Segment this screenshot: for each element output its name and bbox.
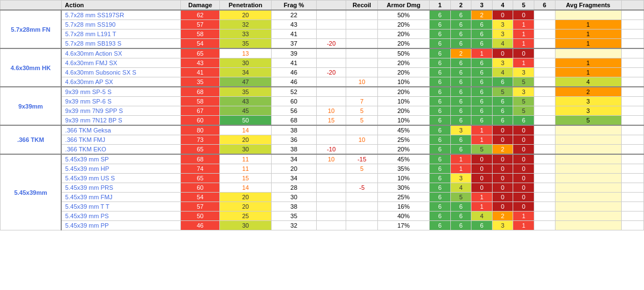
ammo-name: 5.7x28 mm SS197SR [61, 10, 181, 20]
class-6-cell [534, 193, 555, 202]
col-avg-frag: Avg Fragments [555, 1, 621, 11]
class-4-cell: 0 [492, 164, 513, 174]
col-category [1, 1, 62, 11]
frag2-cell [316, 20, 346, 30]
recoil-cell: -15 [346, 154, 377, 164]
frag2-cell: 10 [316, 154, 346, 164]
class-2-cell: 3 [450, 174, 471, 183]
class-6-cell [534, 135, 555, 145]
armor-dmg-cell: 25% [377, 193, 429, 202]
extra-cell [621, 164, 643, 174]
penetration-cell: 35 [219, 39, 271, 49]
avg-frag-cell [555, 183, 621, 193]
class-2-cell: 4 [450, 183, 471, 193]
extra-cell [621, 87, 643, 97]
armor-dmg-cell: 40% [377, 212, 429, 221]
ammo-name: 9x39 mm SP-5 S [61, 87, 181, 97]
penetration-cell: 14 [219, 125, 271, 135]
armor-dmg-cell: 50% [377, 10, 429, 20]
class-2-cell: 6 [450, 20, 471, 30]
table-row: 9x39 mm SP-6 S584360710%666653 [1, 97, 644, 106]
class-3-cell: 6 [471, 20, 493, 30]
recoil-cell [346, 10, 377, 20]
class-2-cell: 6 [450, 221, 471, 230]
class-4-cell: 4 [492, 39, 513, 49]
class-4-cell: 0 [492, 174, 513, 183]
frag2-cell [316, 87, 346, 97]
class-6-cell [534, 145, 555, 155]
damage-cell: 43 [181, 58, 220, 68]
avg-frag-cell [555, 135, 621, 145]
class-5-cell: 5 [513, 106, 534, 116]
frag-cell: 28 [272, 183, 317, 193]
penetration-cell: 14 [219, 183, 271, 193]
class-6-cell [534, 97, 555, 106]
extra-cell [621, 68, 643, 77]
frag2-cell: -10 [316, 145, 346, 155]
class-3-cell: 6 [471, 221, 493, 230]
avg-frag-cell [555, 154, 621, 164]
extra-cell [621, 116, 643, 126]
col-frag2 [316, 1, 346, 11]
class-3-cell: 1 [471, 48, 493, 58]
table-row: .366 TKM.366 TKM Geksa80143845%63100 [1, 125, 644, 135]
frag-cell: 35 [272, 212, 317, 221]
avg-frag-cell: 3 [555, 97, 621, 106]
col-action: Action [61, 1, 181, 11]
armor-dmg-cell: 20% [377, 39, 429, 49]
class-1-cell: 6 [430, 183, 451, 193]
frag-cell: 38 [272, 145, 317, 155]
penetration-cell: 25 [219, 212, 271, 221]
extra-cell [621, 145, 643, 155]
class-5-cell: 0 [513, 174, 534, 183]
recoil-cell: 10 [346, 77, 377, 87]
extra-cell [621, 77, 643, 87]
table-row: 5.7x28mm FN5.7x28 mm SS197SR62202250%662… [1, 10, 644, 20]
class-2-cell: 6 [450, 202, 471, 212]
class-1-cell: 6 [430, 20, 451, 30]
recoil-cell [346, 30, 377, 39]
penetration-cell: 47 [219, 77, 271, 87]
ammo-name: 9x39 mm 7N12 BP S [61, 116, 181, 126]
class-4-cell: 0 [492, 183, 513, 193]
class-1-cell: 6 [430, 48, 451, 58]
penetration-cell: 20 [219, 10, 271, 20]
class-3-cell: 0 [471, 164, 493, 174]
col-recoil: Recoil [346, 1, 377, 11]
class-1-cell: 6 [430, 97, 451, 106]
armor-dmg-cell: 25% [377, 135, 429, 145]
class-2-cell: 6 [450, 135, 471, 145]
damage-cell: 57 [181, 20, 220, 30]
class-6-cell [534, 164, 555, 174]
frag-cell: 46 [272, 68, 317, 77]
armor-dmg-cell: 20% [377, 68, 429, 77]
penetration-cell: 30 [219, 145, 271, 155]
penetration-cell: 30 [219, 58, 271, 68]
class-4-cell: 2 [492, 145, 513, 155]
avg-frag-cell [555, 212, 621, 221]
frag2-cell [316, 193, 346, 202]
frag-cell: 60 [272, 97, 317, 106]
recoil-cell [346, 20, 377, 30]
frag2-cell: 10 [316, 106, 346, 116]
damage-cell: 68 [181, 154, 220, 164]
class-4-cell: 0 [492, 135, 513, 145]
damage-cell: 74 [181, 164, 220, 174]
class-2-cell: 6 [450, 77, 471, 87]
header-row: Action Damage Penetration Frag % Recoil … [1, 1, 644, 11]
class-2-cell: 2 [450, 48, 471, 58]
ammo-name: .366 TKM EKO [61, 145, 181, 155]
class-3-cell: 1 [471, 202, 493, 212]
recoil-cell: 5 [346, 164, 377, 174]
frag2-cell: 15 [316, 116, 346, 126]
table-row: .366 TKM EKO653038-1020%66520 [1, 145, 644, 155]
ammo-name: 4.6x30mm Action SX [61, 48, 181, 58]
armor-dmg-cell: 20% [377, 58, 429, 68]
class-6-cell [534, 39, 555, 49]
class-2-cell: 6 [450, 97, 471, 106]
recoil-cell [346, 125, 377, 135]
armor-dmg-cell: 10% [377, 77, 429, 87]
avg-frag-cell: 4 [555, 77, 621, 87]
class-1-cell: 6 [430, 77, 451, 87]
avg-frag-cell [555, 221, 621, 230]
